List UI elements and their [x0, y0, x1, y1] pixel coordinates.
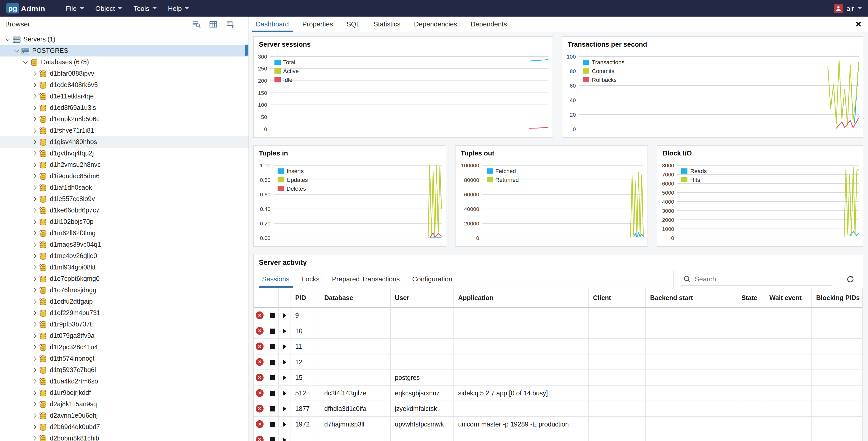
column-header-database[interactable]: Database [320, 288, 391, 308]
tab-statistics[interactable]: Statistics [367, 16, 407, 32]
tree-item[interactable]: d1ke66obd6p7c7 [0, 205, 249, 216]
refresh-icon[interactable] [846, 275, 855, 283]
tab-properties[interactable]: Properties [296, 16, 340, 32]
tree-item[interactable]: d1ed8f69a1u3ls [0, 102, 249, 113]
tree-item[interactable]: d1odfu2dtfgaip [0, 296, 249, 307]
chevron-right-icon[interactable] [31, 184, 38, 191]
view-data-icon[interactable] [208, 19, 219, 30]
cancel-query-icon[interactable]: × [256, 405, 264, 412]
chevron-right-icon[interactable] [31, 218, 38, 226]
column-header-blocking-pids[interactable]: Blocking PIDs [812, 288, 863, 308]
chevron-right-icon[interactable] [31, 286, 38, 294]
tree-item[interactable]: d1m62ll62f3lmg [0, 228, 249, 239]
close-icon[interactable]: ✕ [855, 20, 862, 28]
tree-item[interactable]: d1li102bbjs70p [0, 216, 249, 228]
chevron-right-icon[interactable] [31, 344, 38, 351]
tree-item[interactable]: d1h2vmsu2h8nvc [0, 159, 249, 170]
tree-item[interactable]: POSTGRES [0, 45, 249, 57]
chevron-right-icon[interactable] [31, 252, 38, 260]
column-header-user[interactable]: User [391, 288, 454, 308]
chevron-right-icon[interactable] [31, 389, 38, 397]
tab-dependents[interactable]: Dependents [464, 16, 514, 32]
tree-item[interactable]: d2aj8k115an9sq [0, 399, 249, 410]
chevron-right-icon[interactable] [31, 366, 38, 374]
tree-item[interactable]: d2bobm8k81chib [0, 433, 249, 441]
terminate-icon[interactable] [270, 375, 275, 380]
chevron-right-icon[interactable] [31, 298, 38, 305]
chevron-right-icon[interactable] [31, 230, 38, 237]
chevron-down-icon[interactable] [22, 59, 29, 66]
cancel-query-icon[interactable]: × [256, 311, 264, 319]
tree-item[interactable]: d1t079ga8tfv9a [0, 330, 249, 341]
query-tool-icon[interactable] [190, 19, 202, 30]
tree-item[interactable]: d1o7cpbt6kqmg0 [0, 273, 249, 284]
tree-item[interactable]: d1iaf1dh0saok [0, 182, 249, 193]
terminate-icon[interactable] [270, 437, 275, 441]
menu-tools[interactable]: Tools [128, 1, 162, 15]
tree-item[interactable]: d1o76hresjdngg [0, 284, 249, 296]
chevron-right-icon[interactable] [31, 275, 38, 282]
menu-help[interactable]: Help [163, 1, 194, 15]
column-header-client[interactable]: Client [589, 288, 646, 308]
chevron-right-icon[interactable] [31, 435, 38, 441]
cancel-query-icon[interactable]: × [256, 389, 264, 397]
tree-item[interactable]: d1fshve71r1i81 [0, 125, 249, 136]
tree-item[interactable]: d1tq5937c7bg6i [0, 364, 249, 376]
details-expand-icon[interactable] [283, 360, 286, 365]
tree-item[interactable]: Servers (1) [0, 34, 249, 45]
chevron-right-icon[interactable] [31, 401, 38, 408]
chevron-right-icon[interactable] [31, 378, 38, 385]
column-header-application[interactable]: Application [454, 288, 589, 308]
tab-dependencies[interactable]: Dependencies [407, 16, 464, 32]
chevron-right-icon[interactable] [31, 332, 38, 339]
chevron-right-icon[interactable] [31, 264, 38, 271]
terminate-icon[interactable] [270, 344, 275, 349]
details-expand-icon[interactable] [283, 437, 286, 441]
details-expand-icon[interactable] [283, 391, 286, 396]
tree-item[interactable]: d1of229m4pu731 [0, 307, 249, 319]
chevron-right-icon[interactable] [31, 138, 38, 146]
tree-item[interactable]: d1r9pf53b737t [0, 319, 249, 330]
chevron-right-icon[interactable] [31, 81, 38, 89]
tree-item[interactable]: d1t2pc328c41u4 [0, 341, 249, 353]
chevron-right-icon[interactable] [31, 309, 38, 317]
chevron-right-icon[interactable] [31, 412, 38, 419]
chevron-right-icon[interactable] [31, 127, 38, 134]
tree-item[interactable]: d1enpk2n8b506c [0, 113, 249, 125]
details-expand-icon[interactable] [283, 421, 286, 427]
terminate-icon[interactable] [270, 421, 275, 427]
tree-item[interactable]: d2b69d4qk0ubd7 [0, 421, 249, 433]
chevron-right-icon[interactable] [31, 115, 38, 123]
terminate-icon[interactable] [270, 313, 275, 318]
details-expand-icon[interactable] [283, 406, 286, 411]
tree-item[interactable]: d1ur9bojrjkddf [0, 387, 249, 399]
tree-item[interactable]: d1gvthvq4tqu2j [0, 148, 249, 159]
chevron-right-icon[interactable] [31, 195, 38, 203]
chevron-right-icon[interactable] [31, 150, 38, 157]
tab-sessions[interactable]: Sessions [256, 271, 296, 287]
cancel-query-icon[interactable]: × [256, 420, 264, 428]
tree-item[interactable]: d1ua4kd2rtm6so [0, 376, 249, 387]
filtered-rows-icon[interactable] [225, 19, 236, 30]
tree-item[interactable]: d1i9qudec85dm6 [0, 170, 249, 182]
tab-locks[interactable]: Locks [296, 271, 326, 287]
tree-item[interactable]: d2avnn1e0u6ohj [0, 410, 249, 421]
tree-item[interactable]: d1mc4ov26qlje0 [0, 250, 249, 262]
menu-file[interactable]: File [61, 1, 89, 15]
search-input[interactable] [695, 275, 830, 283]
chevron-right-icon[interactable] [31, 93, 38, 100]
tab-configuration[interactable]: Configuration [406, 271, 459, 287]
tree-item[interactable]: d1ie557cc8lo9v [0, 193, 249, 205]
chevron-right-icon[interactable] [31, 161, 38, 168]
chevron-right-icon[interactable] [31, 355, 38, 362]
terminate-icon[interactable] [270, 328, 275, 334]
chevron-right-icon[interactable] [31, 173, 38, 180]
chevron-down-icon[interactable] [13, 47, 20, 55]
tree-item[interactable]: d1gisv4h80hhos [0, 136, 249, 148]
details-expand-icon[interactable] [283, 328, 286, 334]
sidebar-scrollbar-thumb[interactable] [245, 44, 248, 56]
menu-object[interactable]: Object [90, 1, 127, 15]
cancel-query-icon[interactable]: × [256, 436, 264, 441]
column-header-backend-start[interactable]: Backend start [646, 288, 737, 308]
details-expand-icon[interactable] [283, 375, 286, 380]
